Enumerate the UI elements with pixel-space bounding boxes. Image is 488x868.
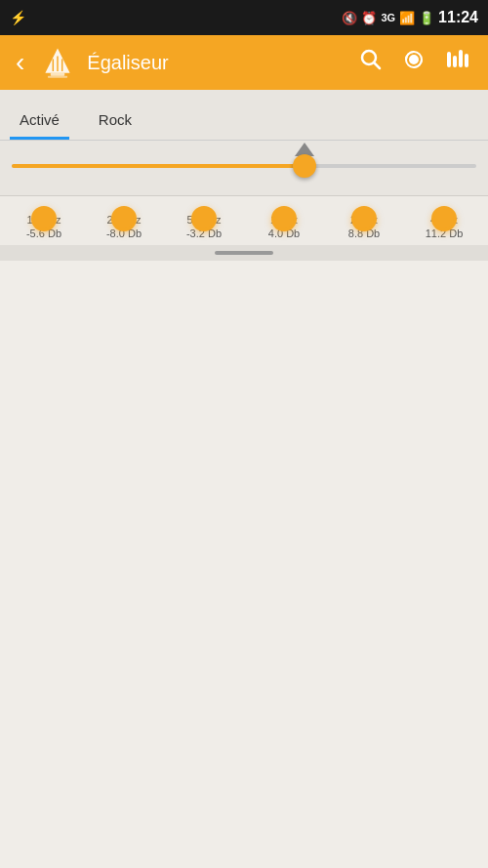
search-icon[interactable] xyxy=(351,40,390,85)
vlc-logo xyxy=(40,45,75,80)
svg-rect-2 xyxy=(48,76,67,78)
status-bar: ⚡ 🔇 ⏰ 3G 📶 🔋 11:24 xyxy=(0,0,488,35)
status-bar-right: 🔇 ⏰ 3G 📶 🔋 11:24 xyxy=(342,9,478,26)
back-button[interactable]: ‹ xyxy=(8,39,32,86)
band-thumb[interactable] xyxy=(191,206,217,231)
audio-tracks-icon[interactable] xyxy=(437,40,480,85)
svg-rect-1 xyxy=(51,73,64,76)
band-thumb[interactable] xyxy=(271,206,297,231)
toolbar-title: Égaliseur xyxy=(87,52,344,74)
alarm-icon: ⏰ xyxy=(361,11,377,25)
svg-rect-12 xyxy=(459,50,463,67)
network-icon: 3G xyxy=(381,12,395,23)
toolbar-actions xyxy=(351,40,480,85)
band-thumb[interactable] xyxy=(31,206,57,231)
signal-icon: 📶 xyxy=(399,11,415,25)
svg-line-7 xyxy=(375,63,381,69)
tab-active[interactable]: Activé xyxy=(0,100,79,140)
eq-section: 125 Hz -5.6 Db 250 Hz -8.0 Db 500 Hz -3.… xyxy=(0,196,488,245)
svg-rect-13 xyxy=(465,54,468,67)
svg-point-9 xyxy=(410,56,418,63)
svg-rect-11 xyxy=(453,56,457,67)
tab-bar: Activé Rock xyxy=(0,90,488,141)
usb-icon: ⚡ xyxy=(10,10,26,25)
band-thumb[interactable] xyxy=(351,206,377,231)
status-time: 11:24 xyxy=(438,9,478,26)
battery-icon: 🔋 xyxy=(419,11,434,25)
slider-thumb[interactable] xyxy=(293,154,316,178)
cast-icon[interactable] xyxy=(394,40,433,85)
status-bar-left: ⚡ xyxy=(10,10,26,25)
bottom-indicator xyxy=(215,251,273,255)
preamp-section xyxy=(0,141,488,196)
band-thumb[interactable] xyxy=(111,206,137,231)
band-thumb[interactable] xyxy=(431,206,457,231)
slider-fill xyxy=(12,164,305,168)
svg-rect-10 xyxy=(447,52,451,67)
toolbar: ‹ Égaliseur xyxy=(0,35,488,90)
bottom-bar xyxy=(0,245,488,261)
mute-icon: 🔇 xyxy=(342,11,357,25)
preamp-slider[interactable] xyxy=(12,150,476,182)
tab-rock[interactable]: Rock xyxy=(79,100,151,140)
eq-labels: 125 Hz -5.6 Db 250 Hz -8.0 Db 500 Hz -3.… xyxy=(0,206,488,245)
